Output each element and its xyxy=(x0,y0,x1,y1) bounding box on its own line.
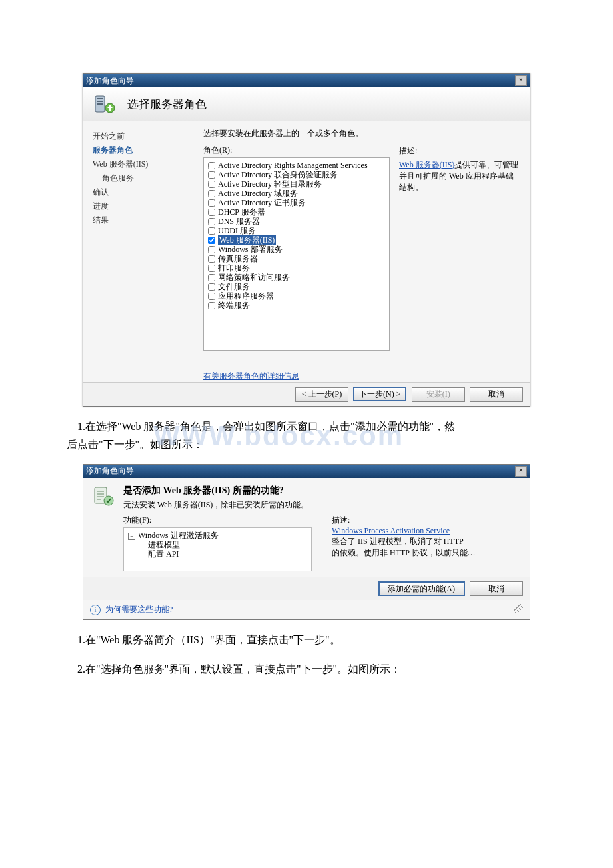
role-label: 网络策略和访问服务 xyxy=(218,273,290,282)
tree-collapse-icon[interactable]: − xyxy=(128,533,135,540)
role-label: Web 服务器(IIS) xyxy=(218,235,276,245)
role-row[interactable]: 应用程序服务器 xyxy=(208,291,385,301)
cancel-button[interactable]: 取消 xyxy=(470,387,523,402)
add-roles-wizard-dialog: 添加角色向导 × 选择服务器角色 开始之前服务器角色Web 服务器(IIS)角色… xyxy=(83,73,530,407)
role-row[interactable]: DNS 服务器 xyxy=(208,217,385,226)
role-checkbox[interactable] xyxy=(208,255,215,263)
resize-grip-icon[interactable] xyxy=(514,604,523,613)
features-label: 功能(F): xyxy=(123,515,312,526)
add-required-features-button[interactable]: 添加必需的功能(A) xyxy=(378,581,465,596)
features-tree[interactable]: −Windows 进程激活服务 进程模型 配置 API xyxy=(123,527,312,571)
role-checkbox[interactable] xyxy=(208,293,215,300)
role-label: Active Directory 域服务 xyxy=(218,189,298,198)
role-checkbox[interactable] xyxy=(208,237,215,244)
role-label: 文件服务 xyxy=(218,282,250,291)
svg-rect-1 xyxy=(97,98,103,99)
dialog-title: 添加角色向导 xyxy=(86,465,134,477)
role-checkbox[interactable] xyxy=(208,246,215,253)
role-checkbox[interactable] xyxy=(208,162,215,169)
tree-child-row[interactable]: 进程模型 xyxy=(128,540,307,549)
tree-parent-label: Windows 进程激活服务 xyxy=(138,531,219,540)
sidebar-step[interactable]: 开始之前 xyxy=(83,129,197,143)
role-checkbox[interactable] xyxy=(208,209,215,216)
role-row[interactable]: UDDI 服务 xyxy=(208,226,385,235)
role-row[interactable]: Active Directory 联合身份验证服务 xyxy=(208,170,385,179)
role-label: Active Directory 联合身份验证服务 xyxy=(218,170,338,179)
prev-button[interactable]: < 上一步(P) xyxy=(295,387,348,402)
role-row[interactable]: 打印服务 xyxy=(208,263,385,273)
svg-rect-2 xyxy=(97,101,103,102)
dialog-titlebar[interactable]: 添加角色向导 × xyxy=(83,74,530,87)
role-row[interactable]: 网络策略和访问服务 xyxy=(208,273,385,282)
description-text: Web 服务器(IIS)提供可靠、可管理并且可扩展的 Web 应用程序基础结构。 xyxy=(399,159,519,193)
article-paragraph-2: 1.在"Web 服务器简介（IIS）"界面，直接点击"下一步"。 xyxy=(67,631,546,649)
sidebar-step[interactable]: 服务器角色 xyxy=(83,143,197,157)
next-button[interactable]: 下一步(N) > xyxy=(353,387,406,401)
instruction-text: 选择要安装在此服务器上的一个或多个角色。 xyxy=(203,128,390,139)
info-icon: i xyxy=(90,605,101,615)
close-icon[interactable]: × xyxy=(515,75,527,86)
dialog-header: 选择服务器角色 xyxy=(83,87,530,121)
role-row[interactable]: DHCP 服务器 xyxy=(208,207,385,217)
role-row[interactable]: 文件服务 xyxy=(208,282,385,291)
watermark-text: WWW.bdocx.com xyxy=(153,412,404,459)
close-icon[interactable]: × xyxy=(515,466,527,477)
role-checkbox[interactable] xyxy=(208,283,215,291)
server-role-icon xyxy=(93,92,117,116)
description-label: 描述: xyxy=(399,145,519,157)
role-checkbox[interactable] xyxy=(208,181,215,188)
install-button: 安装(I) xyxy=(412,387,465,402)
role-checkbox[interactable] xyxy=(208,265,215,272)
role-row[interactable]: Active Directory 域服务 xyxy=(208,189,385,198)
role-checkbox[interactable] xyxy=(208,227,215,235)
role-checkbox[interactable] xyxy=(208,302,215,309)
role-row[interactable]: 传真服务器 xyxy=(208,254,385,263)
role-label: 传真服务器 xyxy=(218,254,258,263)
wizard-button-row: < 上一步(P) 下一步(N) > 安装(I) 取消 xyxy=(83,382,530,406)
role-checkbox[interactable] xyxy=(208,199,215,207)
svg-rect-3 xyxy=(97,103,103,105)
role-row[interactable]: Active Directory Rights Management Servi… xyxy=(208,161,385,170)
tree-parent-row[interactable]: −Windows 进程激活服务 xyxy=(128,531,307,540)
dialog-titlebar[interactable]: 添加角色向导 × xyxy=(83,465,530,478)
role-checkbox[interactable] xyxy=(208,171,215,179)
description-link[interactable]: Web 服务器(IIS) xyxy=(399,160,454,169)
cancel-button[interactable]: 取消 xyxy=(470,581,523,596)
role-label: 应用程序服务器 xyxy=(218,291,274,301)
dialog-button-row: 添加必需的功能(A) 取消 xyxy=(83,577,530,601)
dialog-subtext: 无法安装 Web 服务器(IIS)，除非已安装所需的功能。 xyxy=(123,499,308,511)
roles-listbox[interactable]: Active Directory Rights Management Servi… xyxy=(203,157,390,351)
description-line-1: 整合了 IIS 进程模型，取消了对 HTTP xyxy=(332,537,464,546)
description-line-2: 的依赖。使用非 HTTP 协议，以前只能… xyxy=(332,548,476,557)
paragraph-1-line-1: 1.在选择"Web 服务器"角色是，会弹出如图所示窗口，点击"添加必需的功能"，… xyxy=(77,421,455,432)
sidebar-step[interactable]: 结果 xyxy=(83,213,197,227)
role-row[interactable]: 终端服务 xyxy=(208,301,385,310)
role-row[interactable]: Active Directory 轻型目录服务 xyxy=(208,179,385,189)
role-row[interactable]: Windows 部署服务 xyxy=(208,245,385,254)
wizard-task-icon xyxy=(93,485,115,507)
role-label: UDDI 服务 xyxy=(218,226,256,235)
role-checkbox[interactable] xyxy=(208,218,215,225)
role-label: Active Directory 轻型目录服务 xyxy=(218,179,322,189)
paragraph-1-line-2: 后点击"下一步"。如图所示： xyxy=(67,439,203,450)
more-info-link[interactable]: 有关服务器角色的详细信息 xyxy=(203,371,299,382)
description-text: Windows Process Activation Service 整合了 I… xyxy=(332,526,520,559)
role-row[interactable]: Active Directory 证书服务 xyxy=(208,198,385,207)
role-label: Active Directory 证书服务 xyxy=(218,198,306,207)
sidebar-step[interactable]: Web 服务器(IIS) xyxy=(83,157,197,171)
role-label: DHCP 服务器 xyxy=(218,207,265,217)
sidebar-step[interactable]: 角色服务 xyxy=(83,171,197,185)
dialog-title: 添加角色向导 xyxy=(86,75,134,87)
role-row[interactable]: Web 服务器(IIS) xyxy=(208,235,385,245)
tree-child-row[interactable]: 配置 API xyxy=(128,549,307,559)
article-paragraph-3: 2.在"选择角色服务"界面，默认设置，直接点击"下一步"。如图所示： xyxy=(67,660,546,678)
roles-label: 角色(R): xyxy=(203,145,390,156)
wizard-steps-sidebar: 开始之前服务器角色Web 服务器(IIS)角色服务确认进度结果 xyxy=(83,121,197,382)
description-link[interactable]: Windows Process Activation Service xyxy=(332,526,450,535)
sidebar-step[interactable]: 进度 xyxy=(83,199,197,213)
dialog-heading: 是否添加 Web 服务器(IIS) 所需的功能? xyxy=(123,485,308,497)
role-checkbox[interactable] xyxy=(208,274,215,281)
role-checkbox[interactable] xyxy=(208,190,215,197)
why-features-link[interactable]: 为何需要这些功能? xyxy=(105,605,173,614)
sidebar-step[interactable]: 确认 xyxy=(83,185,197,199)
